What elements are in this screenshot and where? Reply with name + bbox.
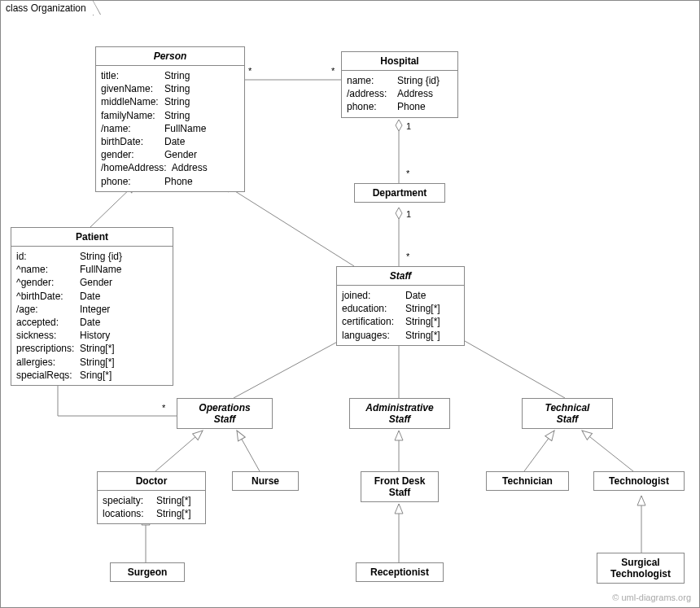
- class-receptionist-name: Receptionist: [357, 563, 443, 581]
- class-patient-attrs: id:String {id} ^name:FullName ^gender:Ge…: [11, 247, 173, 385]
- class-administrative-staff: Administrative Staff: [349, 398, 450, 429]
- watermark: © uml-diagrams.org: [612, 593, 691, 602]
- class-front-desk-staff: Front Desk Staff: [361, 471, 439, 502]
- frame-title: class Organization: [6, 2, 86, 14]
- frame-title-tab: class Organization: [0, 0, 94, 15]
- class-staff: Staff joined:Date education:String[*] ce…: [336, 266, 465, 346]
- class-diagram-frame: class Organization: [0, 0, 700, 608]
- svg-line-4: [222, 183, 354, 266]
- class-hospital: Hospital name:String {id} /address:Addre…: [341, 51, 458, 118]
- class-admin-staff-name-l2: Staff: [355, 413, 444, 425]
- svg-line-7: [453, 335, 565, 398]
- svg-line-13: [524, 431, 554, 471]
- mult-dept-staff-star: *: [406, 252, 409, 261]
- class-hospital-attrs: name:String {id} /address:Address phone:…: [342, 71, 457, 117]
- mult-patient-opstaff-right: *: [162, 403, 165, 413]
- class-person-attrs: title:String givenName:String middleName…: [96, 66, 244, 191]
- class-hospital-name: Hospital: [342, 52, 457, 71]
- class-surg-tech-name-l2: Technologist: [602, 568, 679, 580]
- class-surgical-technologist: Surgical Technologist: [597, 553, 685, 584]
- class-person: Person title:String givenName:String mid…: [95, 46, 245, 192]
- class-technician-name: Technician: [487, 472, 568, 490]
- class-tech-staff-name-l2: Staff: [527, 413, 607, 425]
- class-doctor-attrs: specialty:String[*] locations:String[*]: [98, 491, 205, 523]
- class-technician: Technician: [486, 471, 569, 491]
- class-department-name: Department: [355, 184, 444, 202]
- class-staff-attrs: joined:Date education:String[*] certific…: [337, 286, 464, 345]
- mult-person-hospital-left: *: [248, 66, 252, 76]
- class-doctor: Doctor specialty:String[*] locations:Str…: [97, 471, 206, 524]
- class-department: Department: [354, 183, 445, 203]
- mult-hosp-dept-1: 1: [406, 121, 411, 131]
- class-person-name: Person: [96, 47, 244, 66]
- mult-person-hospital-right: *: [331, 66, 335, 76]
- class-nurse: Nurse: [232, 471, 299, 491]
- class-tech-staff-name-l1: Technical: [527, 402, 607, 413]
- class-operations-staff-name-l2: Staff: [182, 413, 267, 425]
- class-patient: Patient id:String {id} ^name:FullName ^g…: [11, 227, 173, 386]
- class-operations-staff-name-l1: Operations: [182, 402, 267, 413]
- class-staff-name: Staff: [337, 267, 464, 286]
- class-nurse-name: Nurse: [233, 472, 298, 490]
- svg-line-9: [237, 431, 260, 471]
- svg-line-8: [155, 431, 203, 471]
- class-admin-staff-name-l1: Administrative: [355, 402, 444, 413]
- class-receptionist: Receptionist: [356, 562, 444, 582]
- class-technical-staff: Technical Staff: [522, 398, 613, 429]
- class-technologist: Technologist: [593, 471, 685, 491]
- class-frontdesk-name-l2: Staff: [366, 487, 433, 498]
- svg-line-5: [234, 335, 351, 398]
- class-patient-name: Patient: [11, 228, 173, 247]
- class-surg-tech-name-l1: Surgical: [602, 557, 679, 568]
- class-operations-staff: Operations Staff: [177, 398, 273, 429]
- mult-dept-staff-1: 1: [406, 209, 411, 219]
- svg-line-14: [582, 431, 633, 471]
- mult-hosp-dept-star: *: [406, 168, 409, 178]
- class-surgeon-name: Surgeon: [111, 563, 184, 581]
- class-technologist-name: Technologist: [594, 472, 684, 490]
- class-surgeon: Surgeon: [110, 562, 185, 582]
- class-frontdesk-name-l1: Front Desk: [366, 475, 433, 487]
- class-doctor-name: Doctor: [98, 472, 205, 491]
